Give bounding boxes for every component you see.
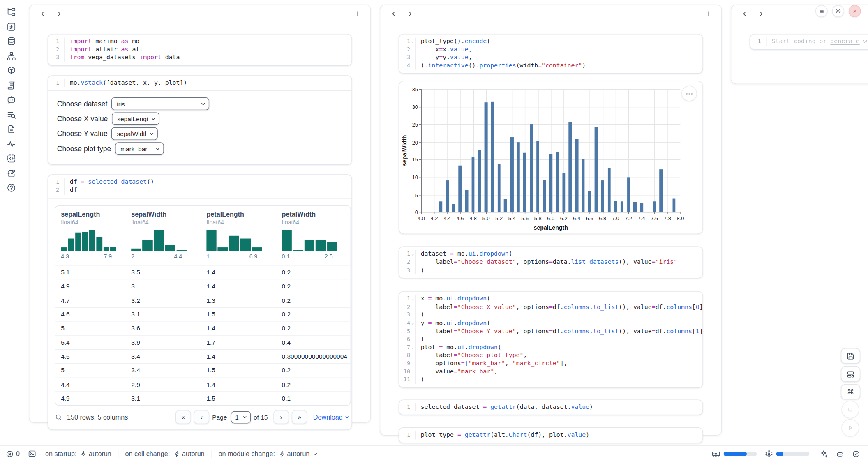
chart-bar <box>471 157 475 212</box>
settings-button[interactable] <box>832 5 844 17</box>
chevron-right-icon[interactable] <box>404 8 416 20</box>
chart-bar <box>485 103 488 212</box>
table-row: 4.931.40.2setos <box>55 279 351 293</box>
chart-bar <box>653 202 656 212</box>
table-row: 4.73.21.30.2setos <box>55 293 351 307</box>
selected-dataset-cell[interactable]: 1selected_dataset = getattr(data, datase… <box>399 399 703 415</box>
list-search-icon[interactable] <box>6 110 16 119</box>
command-palette-button[interactable]: ⌘ <box>841 384 860 400</box>
terminal-icon <box>28 449 37 459</box>
chart-bar <box>523 153 526 212</box>
chevron-right-icon[interactable] <box>53 8 65 20</box>
chevron-left-icon[interactable] <box>37 8 49 20</box>
file-tree-icon[interactable] <box>6 7 16 17</box>
xy-plot-dropdowns-cell[interactable]: 1⌄x = mo.ui.dropdown(2 label="Choose X v… <box>399 291 703 388</box>
menu-button[interactable] <box>815 5 828 17</box>
column-1-header <box>29 5 370 23</box>
ai-button[interactable] <box>819 449 828 459</box>
package-icon[interactable] <box>6 66 16 75</box>
plot-type-cell[interactable]: 1plot_type = getattr(alt.Chart(df), plot… <box>399 427 703 443</box>
file-text-icon[interactable] <box>6 124 16 134</box>
chart-bar <box>569 122 572 212</box>
help-circle-icon[interactable] <box>6 183 16 193</box>
column-histogram <box>61 230 116 251</box>
chart-bar <box>504 199 507 212</box>
plot-encode-cell[interactable]: 1⌄plot_type().encode(2 x=x.value,3 y=y.v… <box>399 34 703 74</box>
add-cell-button[interactable] <box>702 8 714 20</box>
chart-bar <box>517 142 520 212</box>
on-cell-change-setting[interactable]: on cell change: autorun <box>125 450 205 458</box>
column-header-petalWidth[interactable]: petalWidthfloat640.12.5 <box>276 205 350 265</box>
database-icon[interactable] <box>6 37 16 46</box>
control-select[interactable]: sepalWidth <box>111 127 158 140</box>
assistant-button[interactable] <box>836 449 845 459</box>
last-page-button[interactable]: » <box>291 410 307 424</box>
memory-icon <box>711 449 721 459</box>
page-label: Page <box>212 414 227 420</box>
dataframe-cell[interactable]: 1df = selected_dataset()2df sepalLengthf… <box>48 175 352 430</box>
table-row: 4.63.41.40.30000000000000004setos <box>55 349 351 363</box>
empty-code-cell[interactable]: 1 Start coding or generate with AI <box>750 34 868 50</box>
command-icon: ⌘ <box>847 388 854 396</box>
search-icon[interactable] <box>55 413 62 421</box>
errors-button[interactable]: 0 <box>5 449 20 458</box>
generate-link[interactable]: generate <box>830 38 859 45</box>
download-button[interactable]: Download <box>313 413 350 421</box>
bot-message-icon[interactable] <box>6 95 16 105</box>
control-select[interactable]: mark_bar <box>115 143 164 155</box>
close-button[interactable] <box>849 5 861 17</box>
chart-bar <box>536 141 540 212</box>
chevron-left-icon[interactable] <box>388 8 400 20</box>
on-module-change-setting[interactable]: on module change: autorun <box>218 450 319 458</box>
notebook-pen-icon[interactable] <box>6 168 16 178</box>
play-icon <box>846 423 855 432</box>
control-row: Choose Y valuesepalWidth <box>57 128 343 140</box>
code-square-icon[interactable] <box>6 154 16 163</box>
chevron-right-icon[interactable] <box>755 8 767 20</box>
column-2-panel: 1⌄plot_type().encode(2 x=x.value,3 y=y.v… <box>380 5 722 436</box>
dataset-dropdown-cell[interactable]: 1⌄dataset = mo.ui.dropdown(2 label="Choo… <box>399 247 703 279</box>
function-square-icon[interactable] <box>6 22 16 31</box>
chevron-left-icon[interactable] <box>739 8 751 20</box>
cpu-usage <box>764 449 809 459</box>
workflow-icon[interactable] <box>6 51 16 61</box>
column-header-petalLength[interactable]: petalLengthfloat6416.9 <box>201 205 276 265</box>
control-select[interactable]: sepalLength <box>112 113 159 125</box>
run-button[interactable] <box>841 419 859 437</box>
control-select[interactable]: iris <box>111 98 209 111</box>
vstack-cell[interactable]: 1mo.vstack([dataset, x, y, plot]) Choose… <box>48 75 352 165</box>
scroll-text-icon[interactable] <box>6 81 16 90</box>
column-header-sepalLength[interactable]: sepalLengthfloat644.37.9 <box>55 205 126 265</box>
pages-total-label: of 15 <box>254 414 268 420</box>
code-placeholder[interactable]: Start coding or generate with AI <box>766 38 868 46</box>
ram-usage <box>711 449 757 459</box>
layout-button[interactable] <box>841 366 860 382</box>
on-startup-setting[interactable]: on startup: autorun <box>45 450 111 458</box>
x-circle-icon <box>5 449 14 458</box>
next-page-button[interactable]: › <box>273 410 289 424</box>
connection-status-button[interactable] <box>852 449 860 458</box>
close-icon <box>852 8 858 14</box>
column-header-sepalWidth[interactable]: sepalWidthfloat6424.4 <box>126 205 201 265</box>
add-cell-button[interactable] <box>351 8 363 20</box>
stop-button[interactable] <box>841 401 859 418</box>
activity-icon[interactable] <box>6 139 16 149</box>
y-axis-title: sepalWidth <box>401 135 407 166</box>
first-page-button[interactable]: « <box>175 410 191 424</box>
chart-bar <box>627 178 630 212</box>
prev-page-button[interactable]: ‹ <box>194 410 210 424</box>
column-header-speci[interactable]: speciobjecuniqunulls: <box>351 205 351 265</box>
chart-bar <box>659 169 663 212</box>
chart-bar <box>614 201 617 212</box>
errors-count: 0 <box>16 450 20 458</box>
column-histogram <box>282 230 337 251</box>
control-label: Choose Y value <box>57 130 108 138</box>
save-button[interactable] <box>841 348 860 364</box>
terminal-button[interactable] <box>28 449 37 459</box>
dataframe-table: sepalLengthfloat644.37.9sepalWidthfloat6… <box>48 205 351 424</box>
imports-cell[interactable]: 1import marimo as mo2import altair as al… <box>48 34 352 66</box>
table-row: 4.63.11.50.2setos <box>55 307 351 321</box>
chart-bar <box>543 180 546 212</box>
page-select[interactable]: 1 <box>231 411 251 424</box>
column-3-panel: 1 Start coding or generate with AI <box>731 5 868 84</box>
